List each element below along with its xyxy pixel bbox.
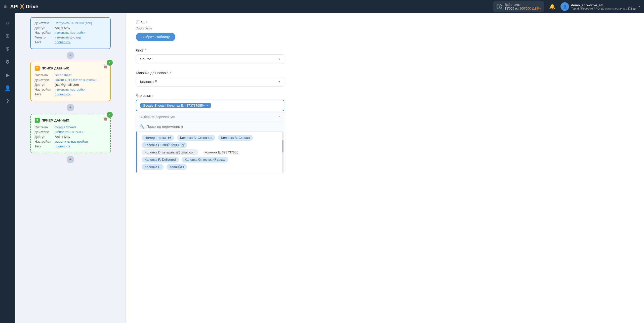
variable-search-input[interactable] xyxy=(146,125,280,129)
actions-text: Действия: 18'055 из 100'000 (18%) xyxy=(505,3,541,10)
search-col-label: Колонка для поиска* xyxy=(136,71,634,75)
card3-settings-label: Настройки xyxy=(35,140,55,143)
list-item[interactable]: Колонка H xyxy=(142,164,164,170)
search-icon: 🔍 xyxy=(140,124,144,129)
card3-test-label: Тест xyxy=(35,144,55,148)
list-item[interactable]: Колонка I xyxy=(167,164,187,170)
list-item[interactable]: Колонка C: 380999999999 xyxy=(142,142,187,148)
card1-filter-value[interactable]: изменить фильтр xyxy=(55,35,81,39)
chevron-down-icon: ▾ xyxy=(638,5,640,8)
search-tag: Google Sheets | Колонка E: «373737655» × xyxy=(140,103,211,108)
avatar: 👤 xyxy=(560,2,569,11)
actions-sep-text: из xyxy=(515,7,518,10)
sheet-required: * xyxy=(145,48,146,52)
card3-check-icon: ✓ xyxy=(107,112,113,118)
list-item[interactable]: Номер строки: 16 xyxy=(142,135,174,141)
list-item[interactable]: Колонка E: 373737655 xyxy=(202,149,241,155)
sidebar: ⌂ ⊞ $ ⚙ ▶ 👤 ? xyxy=(0,13,15,323)
card2-access-value: jjsa @gmail.com xyxy=(55,83,79,87)
sidebar-item-grid[interactable]: ⊞ xyxy=(2,30,13,41)
actions-info-box: i Действия: 18'055 из 100'000 (18%) xyxy=(493,1,544,12)
search-tag-text: Google Sheets | Колонка E: «373737655» xyxy=(143,104,205,107)
card3-title: ПРИЕМ ДАННЫХ xyxy=(42,118,69,122)
card2-delete-icon[interactable]: 🗑 xyxy=(104,65,108,69)
card1-access-row: Доступ Andrii Mav xyxy=(35,26,106,30)
card3-test-value[interactable]: проверить xyxy=(55,144,71,148)
search-input-field[interactable]: Google Sheets | Колонка E: «373737655» × xyxy=(136,100,284,111)
card3-settings-row: Настройки изменить настройки xyxy=(35,140,106,143)
card2-settings-label: Настройки xyxy=(35,88,55,91)
add-step-btn-3[interactable]: + xyxy=(67,156,74,163)
card3-action-row: Действие Обновить СТРОКУ xyxy=(35,130,106,134)
card2-check-icon: ✓ xyxy=(107,60,113,66)
card3-system-label: Система xyxy=(35,125,55,129)
variable-dropdown-close-icon[interactable]: × xyxy=(278,114,280,119)
card2-settings-row: Настройки изменить настройки xyxy=(35,88,106,91)
sidebar-item-dollar[interactable]: $ xyxy=(2,43,13,54)
bell-icon[interactable]: 🔔 xyxy=(549,4,555,10)
add-step-btn-1[interactable]: + xyxy=(67,52,74,59)
sheet-select[interactable]: Source ▾ xyxy=(136,54,284,64)
file-required: * xyxy=(146,21,147,25)
variable-dropdown: Выберите переменную × 🔍 Номер строки: 16… xyxy=(136,112,284,173)
user-info: demo_apix-drive_s3 Тариф |Премиум PRO| д… xyxy=(571,3,636,10)
card1-action-label: Действие xyxy=(35,21,55,25)
card2-action-row: Действие Найти СТРОКУ по значени… xyxy=(35,78,106,82)
logo-x: X xyxy=(20,3,24,10)
card3-delete-icon[interactable]: 🗑 xyxy=(104,117,108,121)
variable-dropdown-header: Выберите переменную × xyxy=(136,112,284,122)
card2-test-label: Тест xyxy=(35,92,55,96)
card3-settings-value[interactable]: изменить настройки xyxy=(55,140,88,143)
card1-filter-label: Фильтр xyxy=(35,35,55,39)
card3-header: 3 ПРИЕМ ДАННЫХ xyxy=(35,118,106,123)
list-item[interactable]: Колонка B: Степан xyxy=(218,135,253,141)
list-item[interactable]: Колонка F: Delivered xyxy=(142,157,179,163)
sheet-chevron-icon: ▾ xyxy=(278,57,280,61)
card1-test-row: Тест проверить xyxy=(35,40,106,44)
sheet-section: Лист* Source ▾ xyxy=(136,48,634,64)
search-col-select[interactable]: Колонка E ▾ xyxy=(136,77,284,87)
sidebar-item-play[interactable]: ▶ xyxy=(2,69,13,80)
card1-action-value: Загрузить СТРОКИ (все) xyxy=(55,21,92,25)
navbar-actions: i Действия: 18'055 из 100'000 (18%) 🔔 👤 … xyxy=(493,1,640,12)
add-step-btn-2[interactable]: + xyxy=(67,104,74,111)
card3-access-row: Доступ Andrii Mav xyxy=(35,135,106,139)
select-table-button[interactable]: Выбрать таблицу xyxy=(136,33,175,41)
card2-test-row: Тест проверить xyxy=(35,92,106,96)
main-wrapper: Действие Загрузить СТРОКИ (все) Доступ A… xyxy=(15,13,644,323)
card1-access-label: Доступ xyxy=(35,26,55,30)
logo-api: API xyxy=(10,4,19,10)
card3-test-row: Тест проверить xyxy=(35,144,106,148)
list-item[interactable]: Колонка A: Степанов xyxy=(177,135,215,141)
config-panel: Файл* Data source Выбрать таблицу Лист* … xyxy=(126,13,644,323)
logo: APIXDrive xyxy=(10,3,38,10)
list-item[interactable]: Колонка G: тестовий заказ xyxy=(182,157,228,163)
user-menu[interactable]: 👤 demo_apix-drive_s3 Тариф |Премиум PRO|… xyxy=(560,2,640,11)
card1-test-value[interactable]: проверить xyxy=(55,40,71,44)
sidebar-item-settings[interactable]: ⚙ xyxy=(2,56,13,67)
hamburger-icon[interactable]: ≡ xyxy=(4,4,7,9)
sidebar-item-help[interactable]: ? xyxy=(2,96,13,107)
variable-list: Номер строки: 16 Колонка A: Степанов Кол… xyxy=(136,132,284,173)
what-search-label: Что искать xyxy=(136,94,634,98)
workflow-card-2: 2 ПОИСК ДАННЫХ 🗑 ✓ Система Smartsheet Де… xyxy=(30,62,111,101)
card2-test-value[interactable]: проверить xyxy=(55,92,71,96)
sidebar-item-home[interactable]: ⌂ xyxy=(2,17,13,28)
search-col-value: Колонка E xyxy=(140,80,157,84)
card1-filter-row: Фильтр изменить фильтр xyxy=(35,35,106,39)
card1-settings-value[interactable]: изменить настройки xyxy=(55,31,86,34)
search-col-section: Колонка для поиска* Колонка E ▾ xyxy=(136,71,634,87)
file-section: Файл* Data source Выбрать таблицу xyxy=(136,21,634,41)
list-item[interactable]: Колонка D: sstepanov@gmail.com xyxy=(142,149,198,155)
navbar: ≡ APIXDrive i Действия: 18'055 из 100'00… xyxy=(0,0,644,13)
card1-access-value: Andrii Mav xyxy=(55,26,70,30)
search-tag-remove-icon[interactable]: × xyxy=(206,103,208,107)
card2-access-row: Доступ jjsa @gmail.com xyxy=(35,83,106,87)
sidebar-item-user[interactable]: 👤 xyxy=(2,83,13,94)
info-icon: i xyxy=(497,4,502,9)
scrollbar-track xyxy=(282,132,284,173)
card2-settings-value[interactable]: изменить настройки xyxy=(55,88,86,91)
card3-num: 3 xyxy=(35,118,40,123)
search-col-required: * xyxy=(170,71,171,75)
search-col-chevron-icon: ▾ xyxy=(278,80,280,84)
